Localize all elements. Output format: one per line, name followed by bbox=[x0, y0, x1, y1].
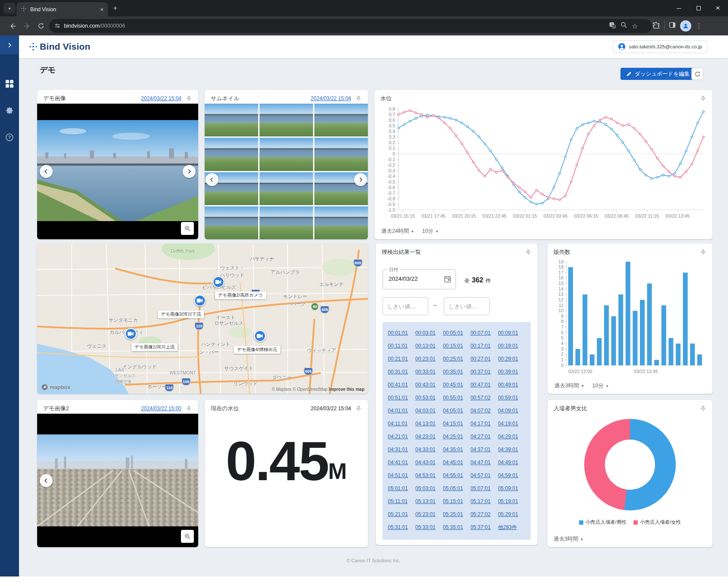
smoke-timestamp-link[interactable]: 04:13:01 bbox=[415, 421, 436, 427]
thumbnail-image[interactable] bbox=[205, 206, 258, 239]
smoke-timestamp-link[interactable]: 04:17:01 bbox=[470, 421, 491, 427]
pin-icon[interactable] bbox=[355, 405, 362, 412]
smoke-timestamp-link[interactable]: 00:27:01 bbox=[470, 356, 491, 362]
smoke-timestamp-link[interactable]: 05:23:01 bbox=[415, 511, 436, 517]
smoke-timestamp-link[interactable]: 05:25:01 bbox=[443, 511, 463, 517]
smoke-timestamp-link[interactable]: 00:47:01 bbox=[470, 382, 491, 388]
thumbnail-image[interactable] bbox=[314, 206, 368, 239]
smoke-timestamp-link[interactable]: 00:45:01 bbox=[443, 382, 463, 388]
thumbnails-timestamp-link[interactable]: 2024/03/22 15:04 bbox=[311, 95, 351, 101]
smoke-timestamp-link[interactable]: 04:11:01 bbox=[388, 421, 408, 427]
smoke-timestamp-link[interactable]: 00:53:01 bbox=[415, 395, 436, 401]
smoke-timestamp-link[interactable]: 00:09:01 bbox=[498, 330, 518, 336]
smoke-timestamp-link[interactable]: 00:07:01 bbox=[470, 330, 491, 336]
smoke-timestamp-link[interactable]: 00:01:01 bbox=[388, 330, 408, 336]
refresh-dashboard-button[interactable] bbox=[691, 68, 703, 80]
camera-marker[interactable] bbox=[212, 276, 224, 288]
pin-icon[interactable] bbox=[355, 95, 362, 102]
smoke-timestamp-link[interactable]: 04:55:01 bbox=[443, 472, 463, 478]
smoke-timestamp-link[interactable]: 00:11:01 bbox=[388, 343, 408, 349]
thumbnail-image[interactable] bbox=[314, 104, 368, 136]
thumbnail-image[interactable] bbox=[260, 206, 313, 239]
smoke-timestamp-link[interactable]: 04:35:01 bbox=[443, 447, 463, 453]
smoke-timestamp-link[interactable]: 00:41:01 bbox=[388, 382, 408, 388]
smoke-timestamp-link[interactable]: 04:29:01 bbox=[498, 434, 518, 440]
thumbnails-next-button[interactable] bbox=[354, 173, 367, 186]
smoke-timestamp-link[interactable]: 00:39:01 bbox=[498, 369, 518, 375]
smoke-timestamp-link[interactable]: 04:01:01 bbox=[388, 408, 408, 414]
smoke-timestamp-link[interactable]: 05:31:01 bbox=[388, 524, 408, 530]
smoke-timestamp-link[interactable]: 05:27:02 bbox=[470, 511, 491, 517]
demo-image2-timestamp-link[interactable]: 2024/03/22 15:00 bbox=[141, 405, 181, 412]
window-maximize-button[interactable] bbox=[689, 0, 708, 16]
camera-marker-label[interactable]: デモ画像3/河川下流 bbox=[158, 310, 204, 318]
zoom-page-icon[interactable] bbox=[620, 22, 627, 30]
tab-bind-vision[interactable]: Bind Vision × bbox=[16, 2, 108, 16]
camera-marker-label[interactable]: デモ画像1/河川上流 bbox=[131, 343, 177, 351]
smoke-timestamp-link[interactable]: 05:05:01 bbox=[443, 485, 463, 491]
smoke-timestamp-link[interactable]: 00:37:01 bbox=[470, 369, 491, 375]
thumbnail-image[interactable] bbox=[205, 138, 258, 171]
zoom-in-button[interactable] bbox=[181, 530, 194, 543]
water-interval-dropdown[interactable]: 10分▾ bbox=[422, 228, 438, 235]
extensions-icon[interactable] bbox=[652, 22, 660, 31]
smoke-timestamp-link[interactable]: 04:43:01 bbox=[415, 459, 436, 466]
new-tab-button[interactable]: + bbox=[113, 4, 117, 13]
smoke-timestamp-link[interactable]: 04:41:01 bbox=[388, 459, 408, 466]
gender-range-dropdown[interactable]: 過去3時間▾ bbox=[554, 535, 582, 543]
smoke-timestamp-link[interactable]: 04:37:01 bbox=[470, 447, 491, 453]
browser-profile-avatar[interactable] bbox=[680, 20, 691, 32]
smoke-timestamp-link[interactable]: 00:25:01 bbox=[443, 356, 463, 362]
smoke-timestamp-link[interactable]: 04:33:01 bbox=[415, 447, 436, 453]
smoke-timestamp-link[interactable]: 04:25:01 bbox=[443, 434, 463, 440]
pin-icon[interactable] bbox=[186, 405, 192, 412]
smoke-timestamp-link[interactable]: 04:57:01 bbox=[470, 472, 491, 478]
tab-search-button[interactable]: ▾ bbox=[3, 3, 16, 14]
smoke-timestamp-link[interactable]: 04:21:01 bbox=[388, 434, 408, 440]
camera-marker[interactable] bbox=[125, 328, 136, 339]
smoke-timestamp-link[interactable]: 04:23:01 bbox=[415, 434, 436, 440]
smoke-timestamp-link[interactable]: 00:43:01 bbox=[415, 382, 436, 388]
smoke-timestamp-link[interactable]: 00:03:01 bbox=[415, 330, 436, 336]
smoke-timestamp-link[interactable]: 00:57:02 bbox=[470, 395, 491, 401]
smoke-timestamp-link[interactable]: 05:15:01 bbox=[443, 498, 463, 504]
thumbnail-image[interactable] bbox=[314, 138, 368, 171]
smoke-timestamp-link[interactable]: 04:15:01 bbox=[443, 421, 463, 427]
smoke-timestamp-link[interactable]: 04:45:01 bbox=[443, 459, 463, 466]
translate-icon[interactable]: 文G bbox=[609, 22, 616, 31]
back-button[interactable] bbox=[6, 19, 19, 32]
pin-icon[interactable] bbox=[700, 249, 706, 256]
tab-close-icon[interactable]: × bbox=[100, 6, 104, 13]
smoke-timestamp-link[interactable]: 04:47:01 bbox=[470, 459, 491, 466]
photo-next-button[interactable] bbox=[183, 165, 196, 178]
smoke-timestamp-link[interactable]: 05:09:01 bbox=[498, 485, 518, 491]
date-field-value[interactable]: 2024/03/22 bbox=[389, 276, 418, 282]
smoke-timestamp-link[interactable]: 04:59:01 bbox=[498, 472, 518, 478]
camera-marker[interactable] bbox=[194, 295, 206, 307]
smoke-timestamp-link[interactable]: 00:35:01 bbox=[443, 369, 463, 375]
thumbnails-prev-button[interactable] bbox=[206, 173, 218, 186]
smoke-timestamp-link[interactable]: 05:37:01 bbox=[470, 524, 491, 530]
smoke-timestamp-link[interactable]: 04:51:01 bbox=[388, 472, 408, 478]
water-range-dropdown[interactable]: 過去24時間▾ bbox=[381, 228, 413, 235]
smoke-timestamp-link[interactable]: 00:55:01 bbox=[443, 395, 463, 401]
thumbnail-image[interactable] bbox=[260, 138, 313, 171]
sidebar-item-dashboard[interactable] bbox=[0, 74, 19, 93]
smoke-timestamp-link[interactable]: 05:35:01 bbox=[443, 524, 463, 530]
side-panel-icon[interactable] bbox=[669, 22, 676, 30]
camera-marker-label[interactable]: デモ画像4/煙検出元 bbox=[234, 346, 280, 354]
pin-icon[interactable] bbox=[700, 95, 706, 102]
smoke-timestamp-link[interactable]: 00:21:01 bbox=[388, 356, 408, 362]
smoke-timestamp-link[interactable]: 05:11:01 bbox=[388, 498, 408, 504]
threshold-min-input[interactable] bbox=[383, 297, 428, 315]
mapbox-logo[interactable]: mapbox bbox=[41, 384, 70, 390]
smoke-timestamp-link[interactable]: 04:03:01 bbox=[415, 408, 436, 414]
edit-dashboard-button[interactable]: ダッシュボードを編集 bbox=[620, 68, 696, 80]
sales-interval-dropdown[interactable]: 10分▾ bbox=[592, 382, 608, 390]
demo-image-timestamp-link[interactable]: 2024/03/22 15:04 bbox=[141, 95, 181, 101]
smoke-timestamp-link[interactable]: 04:31:01 bbox=[388, 447, 408, 453]
site-settings-icon[interactable] bbox=[54, 23, 60, 29]
smoke-timestamp-link[interactable]: 04:39:01 bbox=[498, 447, 518, 453]
smoke-timestamp-link[interactable]: 05:01:01 bbox=[388, 485, 408, 491]
bookmark-star-icon[interactable]: ☆ bbox=[632, 22, 638, 30]
